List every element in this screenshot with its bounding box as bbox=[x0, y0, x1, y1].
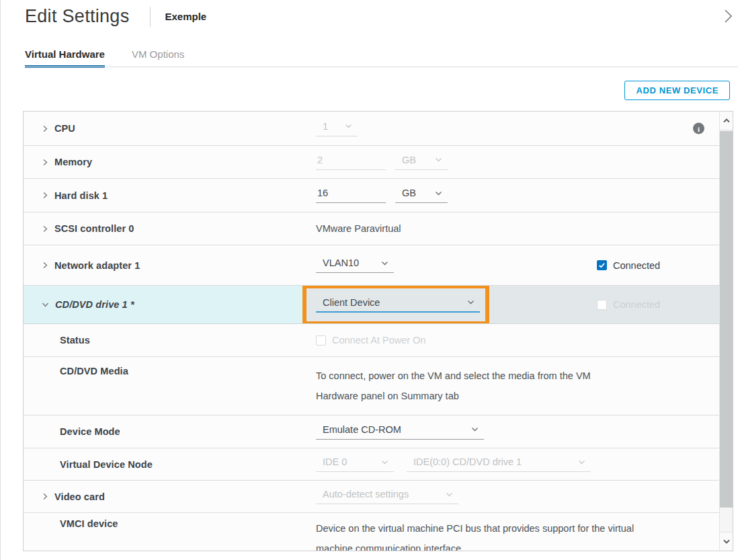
device-mode-value: Emulate CD-ROM bbox=[323, 424, 401, 435]
panel-expand-icon[interactable] bbox=[723, 8, 734, 27]
row-label: CPU bbox=[54, 123, 75, 134]
add-new-device-button[interactable]: ADD NEW DEVICE bbox=[624, 81, 730, 100]
ide-controller-value: IDE 0 bbox=[323, 456, 347, 467]
ide-controller-dropdown: IDE 0 bbox=[316, 456, 394, 472]
chevron-down-icon bbox=[345, 123, 352, 129]
tab-vm-options[interactable]: VM Options bbox=[132, 48, 184, 68]
row-cd-dvd-media: CD/DVD Media To connect, power on the VM… bbox=[24, 357, 719, 415]
vertical-scrollbar[interactable] bbox=[719, 112, 733, 551]
info-icon[interactable]: i bbox=[693, 123, 704, 134]
row-virtual-device-node: Virtual Device Node IDE 0 IDE(0:0) CD/DV… bbox=[24, 448, 719, 481]
row-label: Memory bbox=[54, 157, 92, 167]
tabs-baseline bbox=[25, 67, 738, 67]
chevron-down-icon bbox=[578, 459, 585, 465]
row-label: Virtual Device Node bbox=[60, 459, 153, 470]
chevron-down-icon bbox=[467, 299, 475, 305]
edit-settings-dialog: { "header": { "title": "Edit Settings", … bbox=[0, 0, 738, 560]
page-title: Edit Settings bbox=[25, 6, 130, 27]
collapse-chevron-icon[interactable] bbox=[42, 301, 49, 308]
row-scsi-controller-0: SCSI controller 0 VMware Paravirtual bbox=[24, 212, 719, 245]
virtual-hardware-table: CPU 1 i Memory GB bbox=[23, 111, 733, 551]
chevron-down-icon bbox=[446, 491, 453, 497]
memory-unit-value: GB bbox=[402, 155, 416, 165]
ide-node-value: IDE(0:0) CD/DVD drive 1 bbox=[413, 456, 522, 467]
chevron-up-icon bbox=[723, 118, 731, 124]
scrollbar-thumb[interactable] bbox=[720, 131, 733, 508]
expand-chevron-icon[interactable] bbox=[42, 225, 48, 233]
row-cpu: CPU 1 i bbox=[24, 112, 719, 146]
chevron-down-icon bbox=[381, 459, 388, 465]
disk-size-input[interactable] bbox=[316, 188, 386, 203]
cpu-count-value: 1 bbox=[323, 121, 328, 132]
row-label: CD/DVD drive 1 * bbox=[55, 299, 134, 310]
hardware-rows: CPU 1 i Memory GB bbox=[24, 112, 719, 551]
row-vmci-device: VMCI device Device on the virtual machin… bbox=[24, 513, 719, 551]
cd-dvd-source-dropdown[interactable]: Client Device bbox=[316, 297, 480, 313]
row-label: Device Mode bbox=[60, 426, 120, 437]
ide-node-dropdown: IDE(0:0) CD/DVD drive 1 bbox=[407, 456, 591, 472]
row-label: CD/DVD Media bbox=[60, 366, 128, 376]
expand-chevron-icon[interactable] bbox=[42, 262, 48, 269]
tab-virtual-hardware[interactable]: Virtual Hardware bbox=[25, 48, 105, 68]
row-hard-disk-1: Hard disk 1 GB bbox=[24, 179, 719, 212]
row-label: Status bbox=[60, 335, 90, 346]
memory-size-input bbox=[316, 155, 386, 170]
row-label: Hard disk 1 bbox=[54, 190, 108, 201]
title-divider bbox=[150, 7, 151, 27]
connected-checkbox bbox=[597, 300, 607, 310]
cpu-count-dropdown: 1 bbox=[316, 121, 358, 136]
connected-label: Connected bbox=[613, 299, 660, 310]
scroll-down-button[interactable] bbox=[720, 532, 733, 551]
row-network-adapter-1: Network adapter 1 VLAN10 Connected bbox=[24, 245, 719, 286]
chevron-down-icon bbox=[471, 426, 479, 432]
scroll-up-button[interactable] bbox=[720, 112, 733, 130]
memory-unit-dropdown: GB bbox=[395, 155, 448, 170]
row-status: Status Connect At Power On bbox=[24, 324, 719, 357]
row-label: SCSI controller 0 bbox=[54, 223, 134, 234]
connect-at-power-on-checkbox bbox=[316, 335, 326, 346]
check-icon bbox=[598, 262, 606, 269]
connected-checkbox[interactable] bbox=[597, 260, 607, 270]
expand-chevron-icon[interactable] bbox=[42, 159, 48, 166]
tab-bar: Virtual Hardware VM Options bbox=[25, 48, 184, 68]
chevron-down-icon bbox=[435, 157, 442, 163]
video-card-dropdown: Auto-detect settings bbox=[316, 489, 458, 504]
cd-dvd-source-value: Client Device bbox=[323, 297, 380, 308]
connected-label: Connected bbox=[613, 260, 660, 271]
chevron-down-icon bbox=[435, 190, 442, 196]
row-cd-dvd-drive-1: CD/DVD drive 1 * Client Device Connected bbox=[24, 286, 719, 324]
connect-at-power-on-label: Connect At Power On bbox=[332, 335, 425, 346]
chevron-down-icon bbox=[381, 260, 388, 266]
expand-chevron-icon[interactable] bbox=[42, 493, 48, 500]
scsi-controller-value: VMware Paravirtual bbox=[316, 218, 401, 239]
row-label: Video card bbox=[54, 491, 105, 502]
vm-name: Exemple bbox=[165, 11, 207, 22]
row-video-card: Video card Auto-detect settings bbox=[24, 481, 719, 513]
disk-unit-dropdown[interactable]: GB bbox=[395, 188, 448, 203]
expand-chevron-icon[interactable] bbox=[42, 192, 48, 199]
dialog-header: Edit Settings Exemple bbox=[25, 6, 206, 27]
expand-chevron-icon[interactable] bbox=[42, 125, 48, 132]
row-label: Network adapter 1 bbox=[54, 260, 140, 271]
network-dropdown[interactable]: VLAN10 bbox=[316, 257, 394, 273]
disk-unit-value: GB bbox=[402, 188, 416, 198]
chevron-down-icon bbox=[723, 538, 731, 545]
cd-dvd-media-text: To connect, power on the VM and select t… bbox=[316, 366, 632, 406]
device-mode-dropdown[interactable]: Emulate CD-ROM bbox=[316, 424, 484, 440]
row-label: VMCI device bbox=[60, 518, 118, 529]
network-value: VLAN10 bbox=[323, 257, 359, 268]
row-memory: Memory GB bbox=[24, 146, 719, 179]
row-device-mode: Device Mode Emulate CD-ROM bbox=[24, 415, 719, 448]
video-card-value: Auto-detect settings bbox=[323, 489, 409, 499]
vmci-device-text: Device on the virtual machine PCI bus th… bbox=[316, 518, 645, 551]
